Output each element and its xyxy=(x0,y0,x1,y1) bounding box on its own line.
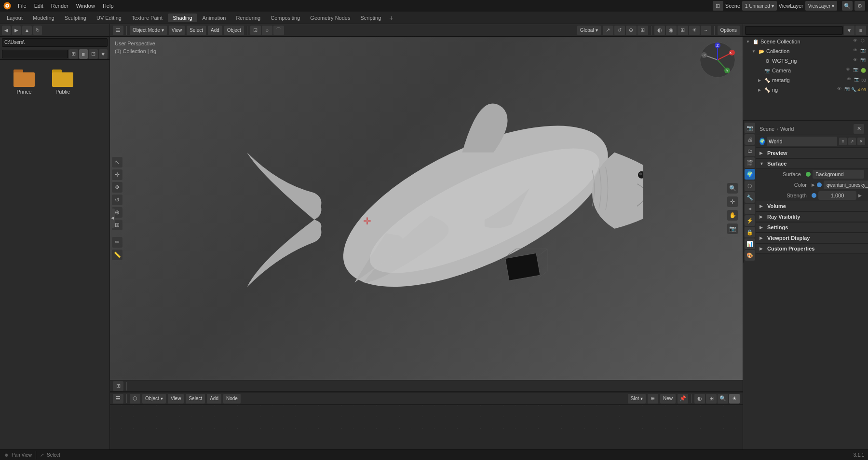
tab-geometry-nodes[interactable]: Geometry Nodes xyxy=(305,14,355,22)
prop-strength-expand[interactable]: ▶ xyxy=(858,193,864,198)
props-world-icon[interactable]: 🌍 xyxy=(745,169,755,180)
outliner-item-wgts[interactable]: ⚙ WGTS_rig 👁 📷 xyxy=(743,56,868,66)
tab-animation[interactable]: Animation xyxy=(198,14,231,22)
node-menu-icon[interactable]: ☰ xyxy=(113,394,123,404)
file-search-input[interactable] xyxy=(2,50,68,58)
overlay-btn-3[interactable]: ⊞ xyxy=(678,26,688,35)
transform-mode-3[interactable]: ⊕ xyxy=(626,26,637,35)
outliner-visibility-collection[interactable]: 👁 xyxy=(852,48,858,55)
header-icon-1[interactable]: 🔍 xyxy=(842,1,853,11)
select-lasso-btn[interactable]: ⌒ xyxy=(273,26,284,35)
node-editor-canvas[interactable] xyxy=(110,405,743,449)
props-view-layer-icon[interactable]: 🗂 xyxy=(745,146,755,156)
props-output-icon[interactable]: 🖨 xyxy=(745,134,755,145)
file-item-prince[interactable]: Prince xyxy=(10,70,39,95)
outliner-visibility-scene[interactable]: 👁 xyxy=(852,38,858,45)
nav-up-button[interactable]: ▲ xyxy=(22,26,32,35)
viewport-camera-icon[interactable]: 📷 xyxy=(727,223,738,234)
props-modifiers-icon[interactable]: 🔧 xyxy=(745,192,755,203)
select-circle-btn[interactable]: ○ xyxy=(262,26,272,35)
prop-surface-value[interactable]: Background xyxy=(813,170,864,179)
path-input[interactable] xyxy=(2,38,108,47)
props-material-icon[interactable]: 🎨 xyxy=(745,250,755,261)
props-physics-icon[interactable]: ⚡ xyxy=(745,215,755,226)
viewport-cursor-icon[interactable]: ✛ xyxy=(727,196,738,207)
props-object-icon[interactable]: ⬡ xyxy=(745,181,755,191)
options-dropdown[interactable]: Options xyxy=(718,26,740,35)
tool-rotate-icon[interactable]: ↺ xyxy=(112,195,122,205)
view-thumbnail-btn[interactable]: ⊞ xyxy=(69,49,78,59)
node-socket-icon[interactable]: ⊕ xyxy=(648,394,658,404)
section-preview[interactable]: ▶ Preview xyxy=(756,148,868,158)
tool-annotate-icon[interactable]: ✏ xyxy=(112,237,122,248)
tab-uv-editing[interactable]: UV Editing xyxy=(92,14,126,22)
tool-move-icon[interactable]: ✥ xyxy=(112,182,122,193)
outliner-sort-icon[interactable]: ≡ xyxy=(855,26,866,35)
node-type-icon[interactable]: ⬡ xyxy=(130,394,140,404)
select-box-btn[interactable]: ⊡ xyxy=(250,26,261,35)
tab-texture-paint[interactable]: Texture Paint xyxy=(127,14,167,22)
tab-rendering[interactable]: Rendering xyxy=(231,14,265,22)
filter-btn[interactable]: ▼ xyxy=(99,49,108,59)
scene-dropdown[interactable]: 1 Unnamed ▾ xyxy=(742,1,776,11)
tab-sculpting[interactable]: Sculpting xyxy=(60,14,91,22)
outliner-render-rig[interactable]: 📷 xyxy=(843,86,850,93)
tab-modeling[interactable]: Modeling xyxy=(28,14,59,22)
breadcrumb-scene[interactable]: Scene xyxy=(760,126,774,132)
props-scene-icon[interactable]: 🎬 xyxy=(745,157,755,168)
node-overlay-icon[interactable]: ◐ xyxy=(694,394,705,404)
outliner-render-camera[interactable]: 📷 xyxy=(852,67,859,74)
tab-add[interactable]: + xyxy=(386,14,396,22)
workspace-layout-icon[interactable]: ⊞ xyxy=(713,1,723,11)
view-list-btn[interactable]: ≡ xyxy=(79,49,88,59)
node-editor-icon[interactable]: ⊞ xyxy=(113,381,123,391)
props-particles-icon[interactable]: ✦ xyxy=(745,204,755,214)
outliner-visibility-rig[interactable]: 👁 xyxy=(836,86,842,93)
node-view-dropdown[interactable]: View xyxy=(168,394,184,404)
prop-color-expand[interactable]: ▶ xyxy=(812,182,815,187)
prop-strength-value[interactable]: 1.000 xyxy=(818,191,856,200)
outliner-item-camera[interactable]: 📷 Camera 👁 📷 🟢 xyxy=(743,66,868,75)
node-slot-dropdown[interactable]: Slot ▾ xyxy=(628,394,646,404)
panel-collapse-left[interactable]: ◀ xyxy=(110,209,115,228)
outliner-item-rig[interactable]: ▶ 🦴 rig 👁 📷 🔧 4.99 xyxy=(743,85,868,95)
tab-layout[interactable]: Layout xyxy=(2,14,27,22)
outliner-render-metarig[interactable]: 📷 xyxy=(854,77,860,84)
outliner-render-collection[interactable]: 📷 xyxy=(859,48,866,55)
section-ray-visibility[interactable]: ▶ Ray Visibility xyxy=(756,211,868,222)
nav-refresh-button[interactable]: ↻ xyxy=(33,26,42,35)
menu-window[interactable]: Window xyxy=(73,2,98,10)
viewport-move-icon[interactable]: ✋ xyxy=(727,210,738,221)
section-viewport-display[interactable]: ▶ Viewport Display xyxy=(756,233,868,243)
props-render-icon[interactable]: 📷 xyxy=(745,123,755,133)
world-browse-icon[interactable]: ≡ xyxy=(839,138,847,145)
tab-scripting[interactable]: Scripting xyxy=(355,14,386,22)
outliner-filter-icon[interactable]: ▼ xyxy=(844,26,854,35)
props-constraints-icon[interactable]: 🔒 xyxy=(745,227,755,237)
outliner-item-scene-collection[interactable]: ▼ 📋 Scene Collection 👁 ⬡ xyxy=(743,37,868,46)
menu-help[interactable]: Help xyxy=(99,2,117,10)
viewport-icon-1[interactable]: ☰ xyxy=(113,26,123,35)
props-close-icon[interactable]: ✕ xyxy=(854,124,864,134)
overlay-btn-4[interactable]: ☀ xyxy=(689,26,700,35)
transform-mode-2[interactable]: ↺ xyxy=(614,26,625,35)
outliner-hide-scene[interactable]: ⬡ xyxy=(859,38,866,45)
overlay-btn-5[interactable]: ~ xyxy=(701,26,711,35)
section-custom-properties[interactable]: ▶ Custom Properties xyxy=(756,243,868,254)
outliner-item-metarig[interactable]: ▶ 🦴 metarig 👁 📷 33 xyxy=(743,75,868,85)
world-link-icon[interactable]: ↗ xyxy=(848,138,856,145)
viewport-add-dropdown[interactable]: Add xyxy=(208,26,222,35)
menu-render[interactable]: Render xyxy=(48,2,72,10)
node-display-icon[interactable]: ⊞ xyxy=(706,394,717,404)
viewport-view-dropdown[interactable]: View xyxy=(169,26,185,35)
tool-cursor-icon[interactable]: ✛ xyxy=(112,169,122,180)
outliner-search-input[interactable] xyxy=(745,26,843,35)
viewport-object-dropdown[interactable]: Object xyxy=(224,26,244,35)
outliner-visibility-camera[interactable]: 👁 xyxy=(844,67,851,74)
menu-edit[interactable]: Edit xyxy=(31,2,47,10)
props-data-icon[interactable]: 📊 xyxy=(745,238,755,249)
node-zoom-icon[interactable]: 🔍 xyxy=(718,394,728,404)
nav-gizmo[interactable]: X -X Y Z xyxy=(698,41,737,79)
overlay-btn-1[interactable]: ◐ xyxy=(654,26,665,35)
viewlayer-dropdown[interactable]: ViewLayer ▾ xyxy=(805,1,837,11)
